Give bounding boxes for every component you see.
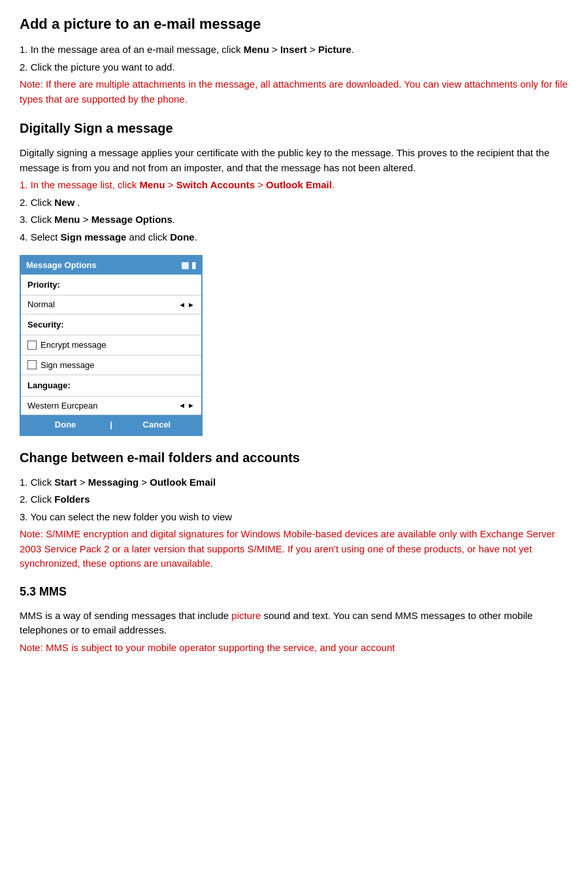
encrypt-label: Encrypt message: [41, 339, 106, 352]
change-folders-section: Change between e-mail folders and accoun…: [20, 448, 568, 571]
mms-section: 5.3 MMS MMS is a way of sending messages…: [20, 583, 568, 656]
digitally-sign-heading: Digitally Sign a message: [20, 118, 568, 138]
encrypt-row: Encrypt message: [21, 335, 201, 356]
security-row: Security:: [21, 314, 201, 336]
sign-row: Sign message: [21, 356, 201, 376]
digitally-sign-intro: Digitally signing a message applies your…: [20, 146, 568, 175]
digitally-sign-section: Digitally Sign a message Digitally signi…: [20, 118, 568, 436]
priority-row: Priority:: [21, 275, 201, 296]
ds-step1-mid1: >: [165, 179, 176, 190]
phone-screenshot: Message Options ▦ ▮ Priority: Normal ◄ ►…: [20, 255, 203, 436]
digitally-sign-step4: 4. Select Sign message and click Done.: [20, 230, 568, 245]
mms-para1: MMS is a way of sending messages that in…: [20, 609, 568, 638]
language-value: Western Eurcpean: [27, 399, 97, 412]
step1-bold2: Insert: [280, 44, 307, 55]
step1-end: .: [351, 44, 354, 55]
phone-body: Priority: Normal ◄ ► Security: Encrypt m…: [21, 275, 201, 416]
change-folders-note: Note: S/MIME encryption and digital sign…: [20, 527, 568, 571]
priority-label: Priority:: [27, 280, 60, 290]
phone-header-icons: ▦ ▮: [181, 259, 196, 272]
sign-checkbox: [27, 360, 37, 369]
add-picture-step2: 2. Click the picture you want to add.: [20, 60, 568, 75]
done-button[interactable]: Done: [21, 418, 110, 431]
digitally-sign-step2: 2. Click New .: [20, 195, 568, 210]
mms-note: Note: MMS is subject to your mobile oper…: [20, 641, 568, 656]
step1-bold3: Picture: [318, 44, 351, 55]
change-folders-step3: 3. You can select the new folder you wis…: [20, 510, 568, 525]
sign-label: Sign message: [41, 359, 94, 372]
add-picture-heading: Add a picture to an e-mail message: [20, 13, 568, 35]
add-picture-step1: 1. In the message area of an e-mail mess…: [20, 42, 568, 58]
digitally-sign-step3: 3. Click Menu > Message Options.: [20, 212, 568, 227]
mms-heading: 5.3 MMS: [20, 583, 568, 601]
ds-step1-mid2: >: [255, 179, 266, 190]
step1-text-before: 1. In the message area of an e-mail mess…: [20, 44, 244, 55]
change-folders-step2: 2. Click Folders: [20, 492, 568, 507]
security-label: Security:: [27, 320, 64, 329]
signal-icon: ▦: [181, 259, 189, 272]
step1-mid1: >: [269, 44, 280, 55]
priority-value: Normal: [27, 298, 55, 311]
language-arrows: ◄ ►: [178, 400, 195, 411]
battery-icon: ▮: [191, 259, 196, 272]
language-row: Language:: [21, 375, 201, 397]
phone-footer: Done | Cancel: [21, 415, 201, 435]
step1-mid2: >: [307, 44, 318, 55]
ds-step1-end: .: [332, 179, 335, 190]
step1-bold1: Menu: [244, 44, 269, 55]
phone-header-title: Message Options: [26, 259, 97, 272]
priority-value-row: Normal ◄ ►: [21, 295, 201, 314]
priority-arrows: ◄ ►: [178, 299, 195, 311]
encrypt-checkbox: [27, 341, 37, 350]
digitally-sign-step1: 1. In the message list, click Menu > Swi…: [20, 178, 568, 193]
ds-step1-bold3: Outlook Email: [266, 179, 332, 190]
change-folders-step1: 1. Click Start > Messaging > Outlook Ema…: [20, 475, 568, 490]
change-folders-heading: Change between e-mail folders and accoun…: [20, 448, 568, 467]
language-label: Language:: [27, 380, 71, 390]
add-picture-section: Add a picture to an e-mail message 1. In…: [20, 13, 568, 107]
phone-header: Message Options ▦ ▮: [21, 256, 201, 275]
ds-step1-before: 1. In the message list, click: [20, 179, 139, 190]
ds-step1-bold1: Menu: [139, 179, 165, 190]
ds-step1-bold2: Switch Accounts: [176, 179, 255, 190]
cancel-button[interactable]: Cancel: [112, 418, 201, 431]
add-picture-note: Note: If there are multiple attachments …: [20, 77, 568, 107]
language-value-row: Western Eurcpean ◄ ►: [21, 397, 201, 416]
